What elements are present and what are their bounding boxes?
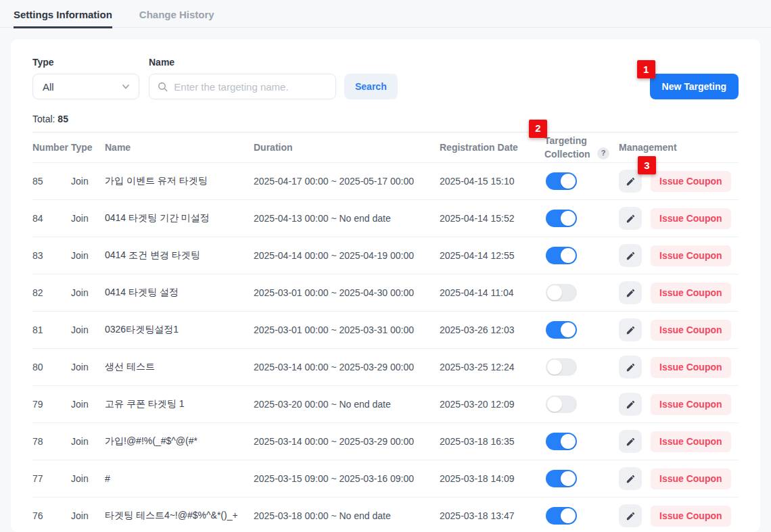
row-number: 81 <box>32 324 71 335</box>
new-targeting-button[interactable]: New Targeting <box>650 74 739 99</box>
total-value: 85 <box>57 114 68 124</box>
row-number: 85 <box>32 176 71 187</box>
edit-button[interactable] <box>619 430 642 453</box>
question-mark-icon[interactable]: ? <box>597 147 609 160</box>
col-management: Management <box>619 142 739 153</box>
targeting-collection-toggle[interactable] <box>546 395 577 413</box>
row-name: 생선 테스트 <box>105 361 254 373</box>
pencil-icon <box>626 288 636 298</box>
step-badge-1: 1 <box>637 60 655 78</box>
row-name: # <box>105 473 254 484</box>
table-row: 79 Join 고유 쿠폰 타겟팅 1 2025-03-20 00:00 ~ N… <box>32 386 739 423</box>
pencil-icon <box>626 400 636 410</box>
table-row: 76 Join 타겟팅 테스트4~!@#$%^&*()_+ 2025-03-18… <box>32 498 739 532</box>
targeting-collection-toggle[interactable] <box>546 470 577 487</box>
toggle-knob <box>561 508 576 523</box>
targeting-collection-toggle[interactable] <box>546 210 577 227</box>
row-registration-date: 2025-03-18 16:35 <box>440 436 544 447</box>
edit-button[interactable] <box>619 281 642 304</box>
type-select[interactable]: All <box>32 74 139 99</box>
toggle-knob <box>547 397 562 412</box>
row-number: 77 <box>32 473 71 484</box>
type-filter: Type All <box>32 57 139 99</box>
row-registration-date: 2025-03-25 12:24 <box>440 362 544 372</box>
issue-coupon-button[interactable]: Issue Coupon <box>651 431 731 452</box>
row-duration: 2025-03-01 00:00 ~ 2025-04-30 00:00 <box>254 287 440 298</box>
chevron-down-icon <box>121 82 131 91</box>
tab-change-history[interactable]: Change History <box>139 9 214 27</box>
targeting-collection-toggle[interactable] <box>546 321 577 339</box>
edit-button[interactable] <box>619 356 642 379</box>
toggle-knob <box>561 174 576 189</box>
row-name: 가입!@#!%(_#$^@(#* <box>105 435 254 448</box>
edit-button[interactable] <box>619 244 642 267</box>
toggle-knob <box>561 471 576 486</box>
row-type: Join <box>71 324 105 335</box>
edit-button[interactable] <box>619 467 642 490</box>
tab-bar: Settings Information Change History <box>0 0 771 28</box>
row-duration: 2025-03-14 00:00 ~ 2025-03-29 00:00 <box>254 436 440 447</box>
issue-coupon-button[interactable]: Issue Coupon <box>651 394 731 415</box>
type-label: Type <box>32 57 139 68</box>
col-registration-date: Registration Date <box>440 142 544 153</box>
row-duration: 2025-04-17 00:00 ~ 2025-05-17 00:00 <box>254 176 440 187</box>
targeting-table: Number Type Name Duration Registration D… <box>32 132 739 532</box>
issue-coupon-button[interactable]: Issue Coupon <box>651 208 731 229</box>
row-duration: 2025-03-14 00:00 ~ 2025-03-29 00:00 <box>254 362 440 372</box>
targeting-collection-toggle[interactable] <box>546 433 577 450</box>
settings-card: Type All Name Search <box>11 39 760 532</box>
targeting-collection-toggle[interactable] <box>546 284 577 301</box>
targeting-collection-toggle[interactable] <box>546 358 577 376</box>
row-type: Join <box>71 176 105 187</box>
row-duration: 2025-03-18 00:00 ~ No end date <box>254 510 440 521</box>
targeting-name-input[interactable] <box>174 81 327 93</box>
row-type: Join <box>71 473 105 484</box>
row-duration: 2025-03-20 00:00 ~ No end date <box>254 399 440 410</box>
row-registration-date: 2025-03-26 12:03 <box>440 324 544 335</box>
tab-settings-information[interactable]: Settings Information <box>14 9 112 28</box>
issue-coupon-button[interactable]: Issue Coupon <box>651 506 731 527</box>
col-number: Number <box>32 142 71 153</box>
edit-button[interactable] <box>619 207 642 230</box>
row-registration-date: 2025-04-14 12:55 <box>440 250 544 261</box>
row-registration-date: 2025-04-15 15:10 <box>440 176 544 187</box>
row-duration: 2025-03-15 09:00 ~ 2025-03-16 09:00 <box>254 473 440 484</box>
row-name: 0414 조건 변경 타겟팅 <box>105 249 254 262</box>
row-number: 80 <box>32 362 71 372</box>
issue-coupon-button[interactable]: Issue Coupon <box>651 283 731 304</box>
table-row: 81 Join 0326타겟팅설정1 2025-03-01 00:00 ~ 20… <box>32 312 739 349</box>
table-row: 78 Join 가입!@#!%(_#$^@(#* 2025-03-14 00:0… <box>32 423 739 460</box>
targeting-collection-toggle[interactable] <box>546 172 577 190</box>
col-targeting-collection: 2 Targeting Collection ? <box>544 134 619 162</box>
pencil-icon <box>626 362 636 372</box>
issue-coupon-button[interactable]: Issue Coupon <box>651 171 731 192</box>
issue-coupon-button[interactable]: Issue Coupon <box>651 320 731 341</box>
targeting-collection-toggle[interactable] <box>546 507 577 525</box>
row-type: Join <box>71 399 105 410</box>
step-badge-3: 3 <box>638 156 656 174</box>
row-type: Join <box>71 213 105 224</box>
issue-coupon-button[interactable]: Issue Coupon <box>651 468 731 489</box>
pencil-icon <box>626 474 636 484</box>
issue-coupon-button[interactable]: Issue Coupon <box>651 357 731 378</box>
row-number: 84 <box>32 213 71 224</box>
table-row: 83 Join 0414 조건 변경 타겟팅 2025-04-14 00:00 … <box>32 237 739 274</box>
issue-coupon-button[interactable]: Issue Coupon <box>651 245 731 266</box>
search-input-wrapper <box>149 74 336 99</box>
row-registration-date: 2025-03-20 12:09 <box>440 399 544 410</box>
edit-button[interactable] <box>619 393 642 416</box>
edit-button[interactable] <box>619 318 642 341</box>
col-duration: Duration <box>254 142 440 153</box>
search-button[interactable]: Search <box>344 74 398 99</box>
filter-row: Type All Name Search <box>32 57 739 99</box>
step-badge-2: 2 <box>529 120 547 138</box>
row-name: 가입 이벤트 유저 타겟팅 <box>105 175 254 187</box>
edit-button[interactable] <box>619 504 642 527</box>
row-type: Join <box>71 436 105 447</box>
row-number: 83 <box>32 250 71 261</box>
row-name: 0326타겟팅설정1 <box>105 324 254 336</box>
total-label: Total: <box>32 114 55 124</box>
targeting-collection-toggle[interactable] <box>546 247 577 264</box>
row-name: 타겟팅 테스트4~!@#$%^&*()_+ <box>105 510 254 522</box>
table-row: 80 Join 생선 테스트 2025-03-14 00:00 ~ 2025-0… <box>32 349 739 386</box>
